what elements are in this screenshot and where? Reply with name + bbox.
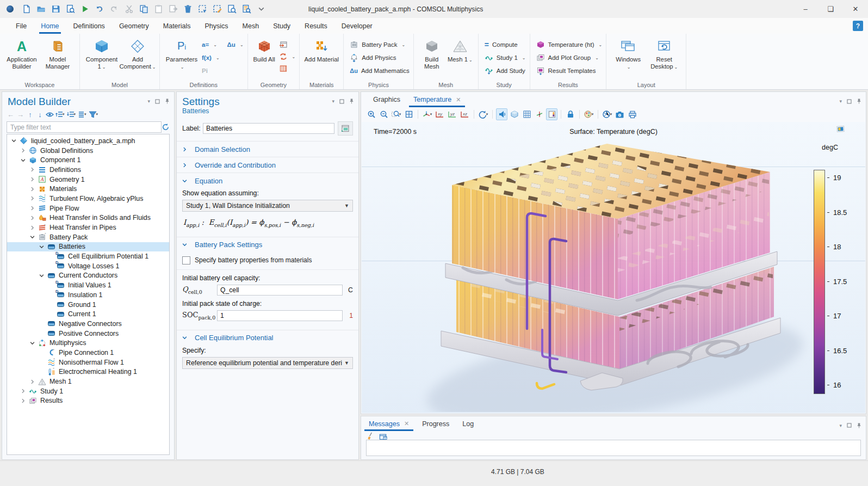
- copy-button[interactable]: [137, 2, 151, 16]
- collapse-chevron-icon[interactable]: [39, 244, 44, 249]
- zoom-out-button[interactable]: [378, 108, 389, 120]
- tab-graphics[interactable]: Graphics: [373, 92, 400, 107]
- temperature-plot-button[interactable]: Temperature (ht)⌄: [536, 40, 603, 50]
- label-input[interactable]: [203, 123, 334, 134]
- add-material-button[interactable]: Add Material: [303, 36, 339, 63]
- open-recent-button[interactable]: [63, 2, 78, 16]
- show-button[interactable]: [46, 109, 54, 119]
- tree-row[interactable]: *Heat Transfer in Pipes: [7, 223, 169, 232]
- parameters-button[interactable]: Pi Parameters⌄: [164, 36, 200, 71]
- cut-button[interactable]: [122, 2, 137, 16]
- add-mathematics-button[interactable]: ΔuAdd Mathematics: [350, 66, 410, 76]
- build-all-geometry-button[interactable]: Build All: [252, 36, 277, 63]
- tree-row[interactable]: *Turbulent Flow, Algebraic yPlus: [7, 194, 169, 204]
- collapse-chevron-icon[interactable]: [11, 138, 16, 143]
- expand-chevron-icon[interactable]: [30, 379, 35, 384]
- add-component-button[interactable]: Add Component⌄: [120, 36, 156, 71]
- pin-icon[interactable]: [165, 98, 170, 104]
- help-button[interactable]: ?: [853, 21, 863, 31]
- tree-row-selected[interactable]: Batteries: [7, 242, 169, 252]
- menu-home[interactable]: Home: [34, 18, 66, 34]
- paste-button[interactable]: [151, 2, 166, 16]
- select-box-button[interactable]: [195, 2, 210, 16]
- add-physics-button[interactable]: Add Physics: [350, 53, 410, 63]
- equation-study-dropdown[interactable]: Study 1, Wall Distance Initialization▼: [182, 200, 353, 212]
- expand-chevron-icon[interactable]: [30, 167, 35, 172]
- capacity-input[interactable]: [217, 285, 343, 296]
- refresh-icon[interactable]: [162, 123, 170, 131]
- insert-sequence-button[interactable]: [279, 40, 296, 50]
- color-palette-button[interactable]: ▾: [583, 108, 594, 120]
- add-study-button[interactable]: Add Study: [485, 66, 526, 76]
- zoom-box-button[interactable]: ▾: [390, 108, 402, 120]
- float-panel-button[interactable]: [847, 99, 852, 104]
- menu-geometry[interactable]: Geometry: [112, 18, 156, 34]
- study1-button[interactable]: Study 1⌄: [485, 53, 526, 63]
- tab-messages[interactable]: Messages✕: [369, 416, 409, 431]
- collapse-chevron-icon[interactable]: [30, 341, 35, 346]
- clear-selection-button[interactable]: [210, 2, 225, 16]
- tree-row[interactable]: Study 1: [7, 386, 169, 396]
- section-battery-pack-settings[interactable]: Battery Pack Settings: [177, 237, 358, 253]
- specify-battery-properties-checkbox[interactable]: [182, 256, 190, 264]
- messages-output[interactable]: [366, 440, 861, 456]
- print-button[interactable]: [627, 108, 638, 120]
- tree-row[interactable]: Definitions: [7, 165, 169, 175]
- result-templates-button[interactable]: Result Templates: [536, 66, 603, 76]
- tree-row[interactable]: Current 1: [7, 309, 169, 319]
- expand-chevron-icon[interactable]: [30, 177, 35, 182]
- tree-row[interactable]: Pipe Flow: [7, 204, 169, 213]
- duplicate-button[interactable]: [166, 2, 181, 16]
- tree-row[interactable]: Multiphysics: [7, 338, 169, 348]
- parameter-case-button[interactable]: Pi: [202, 66, 220, 76]
- view-orientation-button[interactable]: ▾: [421, 108, 433, 120]
- close-tab-icon[interactable]: ✕: [404, 420, 409, 427]
- collapse-chevron-icon[interactable]: [39, 273, 44, 278]
- expand-chevron-icon[interactable]: [30, 206, 35, 211]
- zoom-extents-button[interactable]: [403, 108, 414, 120]
- model-tree-nodes-button[interactable]: ▾: [78, 109, 87, 119]
- forward-button[interactable]: →: [16, 109, 24, 119]
- tree-row[interactable]: Component 1: [7, 155, 169, 165]
- lock-view-button[interactable]: [565, 108, 576, 120]
- nonlocal-couplings-button[interactable]: Δu⌄: [227, 40, 244, 50]
- menu-definitions[interactable]: Definitions: [66, 18, 112, 34]
- clear-messages-button[interactable]: [367, 432, 375, 440]
- tree-row[interactable]: *Nonisothermal Flow 1: [7, 358, 169, 367]
- tree-row[interactable]: Negative Connectors: [7, 319, 169, 329]
- panel-menu-button[interactable]: ▾: [839, 423, 842, 428]
- plot-thumbnail-icon[interactable]: [836, 125, 846, 133]
- expand-chevron-icon[interactable]: [21, 148, 26, 153]
- expand-chevron-icon[interactable]: [30, 196, 35, 201]
- menu-physics[interactable]: Physics: [197, 18, 235, 34]
- expand-chevron-icon[interactable]: [30, 216, 35, 220]
- soc-input[interactable]: [217, 310, 343, 321]
- float-panel-button[interactable]: [847, 423, 852, 428]
- graphics-canvas[interactable]: Time=72000 s Surface: Temperature (degC): [362, 122, 865, 413]
- functions-button[interactable]: f(x)⌄: [202, 53, 220, 63]
- tree-row[interactable]: Current Conductors: [7, 271, 169, 281]
- build-mesh-button[interactable]: Build Mesh: [418, 36, 446, 70]
- tree-row[interactable]: *Electrochemical Heating 1: [7, 367, 169, 377]
- tree-row[interactable]: *Pipe Connection 1: [7, 348, 169, 358]
- section-override-contribution[interactable]: Override and Contribution: [177, 157, 358, 173]
- move-down-button[interactable]: ↓: [36, 109, 44, 119]
- float-panel-button[interactable]: [339, 99, 344, 104]
- expand-chevron-icon[interactable]: [21, 398, 26, 403]
- show-color-legend-button[interactable]: [546, 108, 557, 120]
- tab-progress[interactable]: Progress: [422, 416, 449, 431]
- tree-row[interactable]: Global Definitions: [7, 146, 169, 156]
- section-equation[interactable]: Equation: [177, 173, 358, 188]
- battery-pack-interface-button[interactable]: Battery Pack⌄: [350, 40, 410, 50]
- battery-pack-3d-view[interactable]: [387, 137, 822, 412]
- filter-button[interactable]: ▾: [89, 109, 99, 119]
- expand-all-button[interactable]: ▾: [67, 109, 77, 119]
- undo-button[interactable]: [92, 2, 107, 16]
- float-panel-button[interactable]: [155, 99, 160, 104]
- collapse-chevron-icon[interactable]: [30, 235, 35, 239]
- menu-developer[interactable]: Developer: [334, 18, 380, 34]
- panel-menu-button[interactable]: ▾: [332, 99, 334, 104]
- model-manager-button[interactable]: Model Manager: [40, 36, 76, 70]
- expand-chevron-icon[interactable]: [30, 225, 35, 230]
- compute-button[interactable]: =Compute: [485, 40, 526, 50]
